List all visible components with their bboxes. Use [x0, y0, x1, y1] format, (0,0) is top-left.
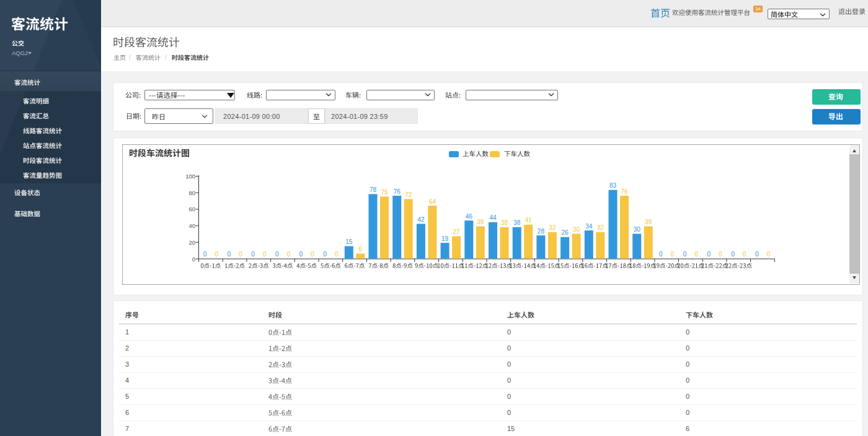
svg-text:27: 27: [453, 229, 461, 235]
svg-text:38: 38: [501, 219, 508, 226]
svg-text:44: 44: [489, 214, 497, 221]
svg-text:0: 0: [743, 251, 746, 258]
svg-text:0: 0: [311, 251, 314, 258]
svg-text:30: 30: [634, 226, 641, 233]
svg-text:0: 0: [203, 251, 207, 258]
svg-text:0: 0: [239, 251, 242, 258]
svg-text:0: 0: [694, 251, 698, 258]
svg-text:0: 0: [659, 251, 663, 258]
svg-text:41: 41: [525, 217, 533, 224]
svg-text:76: 76: [621, 188, 628, 195]
svg-text:20: 20: [188, 239, 195, 246]
svg-text:30: 30: [573, 226, 580, 233]
svg-text:76: 76: [394, 188, 401, 195]
svg-text:0: 0: [731, 251, 735, 258]
svg-text:34: 34: [585, 223, 593, 230]
svg-text:60: 60: [188, 206, 195, 212]
svg-text:83: 83: [609, 182, 617, 189]
svg-text:0: 0: [275, 251, 279, 258]
svg-text:28: 28: [538, 228, 545, 235]
svg-text:0: 0: [299, 251, 303, 258]
svg-text:0: 0: [263, 251, 267, 258]
svg-text:0: 0: [755, 251, 759, 258]
svg-text:78: 78: [370, 186, 377, 193]
svg-text:39: 39: [645, 219, 652, 225]
svg-text:0: 0: [215, 251, 218, 258]
svg-text:32: 32: [597, 224, 604, 231]
svg-text:0: 0: [707, 251, 711, 258]
svg-text:0: 0: [671, 251, 675, 258]
svg-text:26: 26: [562, 229, 569, 236]
svg-text:0: 0: [286, 251, 290, 258]
svg-text:80: 80: [188, 190, 195, 196]
svg-text:46: 46: [466, 213, 473, 220]
svg-text:100: 100: [185, 173, 195, 180]
svg-text:0: 0: [719, 251, 722, 258]
svg-text:0: 0: [251, 251, 255, 258]
svg-text:19: 19: [441, 235, 449, 242]
svg-text:75: 75: [381, 189, 388, 196]
svg-text:15: 15: [345, 238, 353, 245]
svg-text:0: 0: [766, 251, 770, 258]
svg-text:32: 32: [549, 224, 556, 231]
svg-text:72: 72: [405, 191, 412, 198]
svg-text:0: 0: [323, 251, 327, 258]
svg-text:6: 6: [359, 246, 363, 253]
svg-text:0: 0: [228, 251, 231, 258]
svg-text:64: 64: [429, 198, 436, 205]
svg-text:39: 39: [477, 219, 484, 225]
svg-text:0: 0: [192, 256, 195, 263]
svg-text:40: 40: [188, 222, 195, 229]
svg-text:38: 38: [513, 219, 521, 226]
svg-text:0: 0: [335, 251, 339, 258]
svg-text:42: 42: [417, 216, 425, 223]
svg-text:0: 0: [683, 251, 687, 258]
